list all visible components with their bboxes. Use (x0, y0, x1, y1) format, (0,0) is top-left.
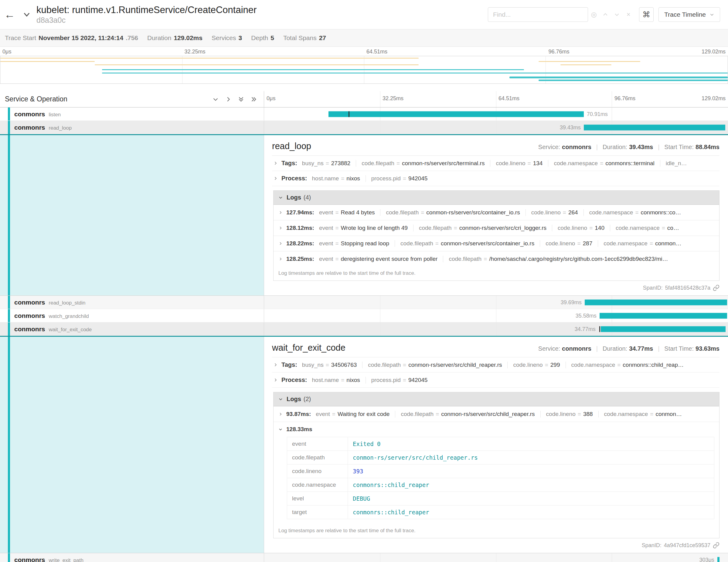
span-bar[interactable] (328, 111, 583, 117)
span-row-wait-for-exit-code[interactable]: conmonrs wait_for_exit_code 34.77ms (0, 322, 728, 336)
logs-accordion[interactable]: Logs (2) (274, 392, 719, 406)
log-entry[interactable]: 128.22ms: event=Stopping read loopcode.f… (274, 236, 719, 251)
span-detail-panel: read_loop Service:conmonrs | Duration:39… (264, 135, 728, 295)
timeline-tick-label: 96.76ms (549, 49, 570, 55)
tag-field: busy_ns=34506763 (302, 362, 362, 368)
tag-field: code.filepath=conmon-rs/server/src/child… (395, 411, 540, 417)
span-row-read-loop[interactable]: conmonrs read_loop 39.43ms (0, 121, 728, 134)
log-field-value: conmonrs::child_reaper (348, 478, 714, 492)
span-bar[interactable] (601, 326, 726, 332)
timeline-header-ticks: 0μs 32.25ms 64.51ms 96.76ms 129.02ms (264, 91, 728, 107)
log-entry[interactable]: 127.94ms: event=Read 4 bytescode.filepat… (274, 205, 719, 220)
log-entry[interactable]: 128.12ms: event=Wrote log line of length… (274, 220, 719, 236)
log-entry[interactable]: 93.87ms: event=Waiting for exit codecode… (274, 406, 719, 422)
expand-one-icon[interactable] (225, 96, 232, 103)
collapse-trace-icon[interactable] (19, 10, 34, 19)
process-accordion[interactable]: Process: host.name=nixosprocess.pid=9420… (272, 171, 719, 186)
service-name: conmonrs (14, 124, 45, 131)
tag-field: host.name=nixos (312, 175, 366, 182)
clear-search-icon[interactable]: × (623, 11, 634, 19)
expand-all-icon[interactable] (250, 96, 257, 103)
trace-view-selector[interactable]: Trace Timeline (658, 7, 720, 22)
span-name-cell: conmonrs read_loop_stdin (0, 296, 264, 309)
tag-field: code.filepath=/home/sascha/.cargo/regist… (443, 256, 673, 262)
minimap-tick-labels: 0μs 32.25ms 64.51ms 96.76ms 129.02ms (0, 47, 728, 56)
span-bar[interactable] (585, 299, 727, 305)
locate-span-icon[interactable]: ◎ (588, 11, 600, 19)
span-row-write-exit-path[interactable]: conmonrs write_exit_path 303μs (0, 553, 728, 562)
summary-value: November 15 2022, 11:24:14 (39, 34, 123, 42)
log-fields: event=Read 4 bytescode.filepath=conmon-r… (319, 209, 687, 216)
back-button[interactable]: ← (0, 0, 19, 29)
span-name-cell: conmonrs write_exit_path (0, 553, 264, 562)
tag-field: code.namespace=conmon… (598, 411, 687, 417)
chevron-right-icon (278, 226, 283, 230)
tag-field: code.filepath=conmon-rs/server/src/termi… (356, 160, 490, 167)
tag-field: code.filepath=conmon-rs/server/src/child… (362, 362, 507, 368)
span-timeline-cell: 303μs (264, 553, 728, 562)
log-field-key: target (287, 506, 348, 519)
span-row-read-loop-stdin[interactable]: conmonrs read_loop_stdin 39.69ms (0, 296, 728, 309)
span-name-cell: conmonrs listen (0, 107, 264, 121)
service-name: conmonrs (14, 111, 45, 118)
timeline-tick-label: 32.25ms (383, 95, 403, 102)
log-entry[interactable]: 128.25ms: event=deregistering event sour… (274, 251, 719, 267)
tag-field: code.namespace=conmonrs::co… (583, 209, 687, 216)
tag-field: code.lineno=287 (540, 240, 598, 247)
detail-start-label: Start Time: (664, 144, 694, 151)
tag-field: code.lineno=388 (540, 411, 598, 417)
operation-name: watch_grandchild (49, 313, 89, 319)
log-marker-tick (349, 111, 349, 117)
summary-value: 27 (319, 34, 326, 42)
minimap-span-segment (102, 69, 524, 70)
span-timeline-cell: 35.58ms (264, 309, 728, 322)
tag-field: host.name=nixos (312, 377, 366, 383)
log-field-value: Exited 0 (348, 437, 714, 451)
log-entry-expanded[interactable]: 128.33ms (274, 422, 719, 434)
find-input[interactable] (488, 7, 588, 22)
log-field-key: level (287, 492, 348, 506)
tag-field: code.namespace=conmon… (598, 240, 687, 247)
keyboard-shortcuts-button[interactable]: ⌘ (639, 7, 654, 22)
minimap-span-segment (0, 61, 95, 62)
log-marker-tick (599, 326, 600, 332)
span-link-icon[interactable] (713, 284, 719, 291)
log-field-value: 393 (348, 465, 714, 478)
chevron-down-icon (278, 195, 283, 200)
chevron-right-icon (278, 210, 283, 215)
minimap-canvas[interactable] (0, 56, 728, 84)
timeline-tick-label: 129.02ms (702, 49, 726, 55)
span-bar[interactable] (717, 557, 720, 562)
timeline-tick-label: 129.02ms (702, 95, 726, 102)
span-row-watch-grandchild[interactable]: conmonrs watch_grandchild 35.58ms (0, 309, 728, 322)
span-duration-label: 34.77ms (575, 326, 596, 332)
detail-span-name: wait_for_exit_code (272, 343, 345, 353)
service-operation-header: Service & Operation (5, 95, 67, 103)
collapse-one-icon[interactable] (212, 96, 219, 103)
detail-footer: SpanID: 5faf48165428c37a (272, 284, 719, 291)
tag-field: code.filepath=conmon-rs/server/src/conta… (380, 209, 525, 216)
tags-accordion[interactable]: Tags: busy_ns=34506763code.filepath=conm… (272, 357, 719, 373)
chevron-right-icon (273, 176, 278, 181)
expanded-span-indent (0, 337, 264, 553)
detail-duration: 39.43ms (629, 144, 653, 151)
process-accordion[interactable]: Process: host.name=nixosprocess.pid=9420… (272, 373, 719, 388)
top-actions: ◎ × ⌘ Trace Timeline (488, 7, 728, 22)
span-bar[interactable] (600, 313, 727, 318)
prev-result-icon[interactable] (600, 12, 611, 18)
tag-field: event=Waiting for exit code (316, 411, 395, 417)
log-fields: event=deregistering event source from po… (319, 256, 674, 262)
tags-accordion[interactable]: Tags: busy_ns=273882code.filepath=conmon… (272, 156, 719, 171)
collapse-all-icon[interactable] (238, 96, 244, 103)
next-result-icon[interactable] (611, 12, 623, 18)
span-row-listen[interactable]: conmonrs listen 70.91ms (0, 107, 728, 121)
span-name-cell: conmonrs watch_grandchild (0, 309, 264, 322)
summary-value-suffix: .756 (126, 34, 138, 42)
span-bar[interactable] (584, 125, 725, 131)
tags-list: busy_ns=34506763code.filepath=conmon-rs/… (302, 362, 689, 368)
span-link-icon[interactable] (713, 542, 719, 549)
logs-accordion[interactable]: Logs (4) (274, 191, 719, 205)
expanded-span-indent (0, 135, 264, 295)
summary-value: 3 (239, 34, 242, 42)
detail-start-label: Start Time: (664, 345, 694, 352)
